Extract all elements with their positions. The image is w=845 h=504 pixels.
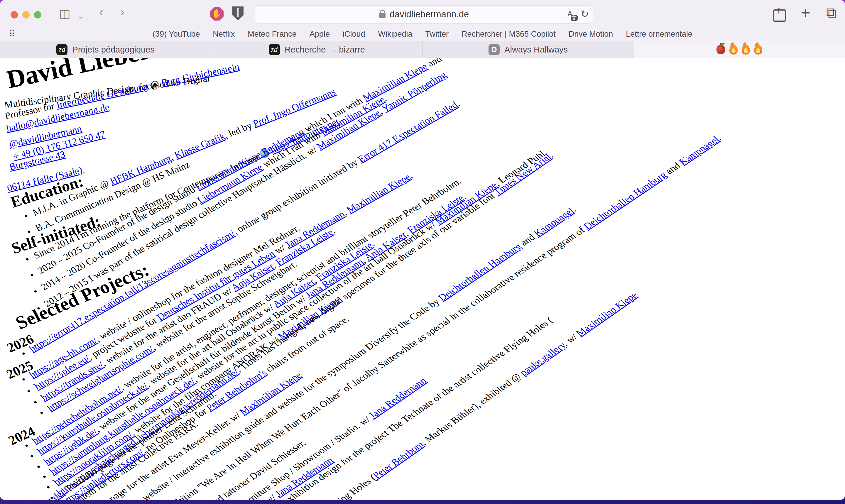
content-link[interactable]: Peter Behrbom <box>370 439 426 480</box>
favorites-item[interactable]: Netflix <box>213 30 235 39</box>
favorites-item[interactable]: Apple <box>309 30 330 39</box>
favorites-item[interactable]: Drive Motion <box>569 30 613 39</box>
share-icon[interactable]: ↑ <box>772 5 785 20</box>
tab-label: Projets pédagogiques <box>72 45 155 55</box>
forward-button[interactable]: › <box>115 5 130 19</box>
address-bar[interactable]: davidliebermann.de A ↻ <box>255 5 593 23</box>
tab-overview-icon[interactable]: ⧉ <box>826 5 836 21</box>
content-link[interactable]: Klasse Grafik <box>173 131 227 160</box>
tab-label: Recherche → bizarre <box>285 45 365 55</box>
url-text: davidliebermann.de <box>390 9 469 20</box>
shield-extension-icon[interactable] <box>232 6 244 20</box>
adguard-extension-icon[interactable]: ✋ <box>210 7 223 20</box>
content-text: , led by <box>222 120 255 141</box>
content-text: , Markus Bühler), exhibited @ <box>418 370 525 447</box>
list-bullet-icon: • <box>24 386 34 396</box>
favorites-item[interactable]: Lettre ornementale <box>626 30 693 39</box>
favorites-item[interactable]: iCloud <box>343 30 365 39</box>
sidebar-toggle-icon[interactable]: ◫ <box>57 6 72 20</box>
favorites-item[interactable]: (39) YouTube <box>152 30 200 39</box>
tab[interactable]: DAlways Hallways <box>423 41 634 58</box>
zoom-window-button[interactable] <box>34 11 41 18</box>
content-link[interactable]: https://lenaschramm.de/ <box>0 488 67 500</box>
list-bullet-icon: • <box>27 451 37 461</box>
tab-emoji-title <box>717 44 762 55</box>
tab-active[interactable] <box>634 41 845 58</box>
list-bullet-icon: • <box>31 286 40 297</box>
chevron-down-icon[interactable]: ⌄ <box>73 9 88 23</box>
favorites-item[interactable]: Rechercher | M365 Copilot <box>462 30 556 39</box>
list-bullet-icon: • <box>31 397 40 408</box>
content-link[interactable]: Kampnagel <box>677 134 721 167</box>
list-bullet-icon: • <box>19 348 29 359</box>
fire-emoji-icon <box>754 44 762 55</box>
apple-emoji-icon <box>717 45 725 54</box>
favorites-item[interactable]: Wikipedia <box>378 30 412 39</box>
favorites-item[interactable]: Twitter <box>426 30 449 39</box>
content-link[interactable]: Deichtorhallen Hamburg <box>581 170 669 232</box>
tab-favicon: zd <box>269 44 280 55</box>
browser-toolbar: ◫ ⌄ ‹ › ✋ davidliebermann.de A ↻ ↑ + ⧉ <box>0 0 845 27</box>
content-link[interactable]: Maximilian Kiepe <box>574 290 639 338</box>
list-bullet-icon: • <box>22 210 30 221</box>
translate-icon[interactable]: A <box>564 8 576 20</box>
content-link[interactable]: panke.gallery <box>517 340 568 378</box>
list-bullet-icon: • <box>33 462 44 472</box>
page-content: David LiebermannMultidisciplinary Graphi… <box>0 58 845 500</box>
tab-label: Always Hallways <box>504 45 568 55</box>
list-bullet-icon: • <box>19 374 29 385</box>
lock-icon <box>379 13 385 18</box>
list-bullet-icon: • <box>23 254 31 265</box>
new-tab-button[interactable]: + <box>801 5 810 21</box>
tab-bar: zdProjets pédagogiqueszdRecherche → biza… <box>0 41 845 58</box>
favorites-bar: ⠿ (39) YouTubeNetflixMeteo FranceAppleiC… <box>0 27 845 41</box>
favorites-item[interactable]: Meteo France <box>248 30 296 39</box>
back-button[interactable]: ‹ <box>94 5 109 19</box>
tab-favicon: D <box>488 44 500 55</box>
tab-favicon: zd <box>56 44 68 55</box>
list-bullet-icon: • <box>39 472 50 482</box>
list-bullet-icon: • <box>37 408 47 418</box>
tab[interactable]: zdRecherche → bizarre <box>211 41 422 58</box>
fire-emoji-icon <box>742 44 750 55</box>
list-bullet-icon: • <box>27 270 37 281</box>
minimize-window-button[interactable] <box>22 11 30 18</box>
list-bullet-icon: • <box>22 440 32 451</box>
fire-emoji-icon <box>730 44 738 55</box>
safari-window: ◫ ⌄ ‹ › ✋ davidliebermann.de A ↻ ↑ + ⧉ ⠿… <box>0 0 845 500</box>
close-window-button[interactable] <box>11 11 18 18</box>
reload-icon[interactable]: ↻ <box>581 8 589 20</box>
content-link[interactable]: Maximilian Kiepe <box>344 172 413 215</box>
tab[interactable]: zdProjets pédagogiques <box>0 41 211 58</box>
